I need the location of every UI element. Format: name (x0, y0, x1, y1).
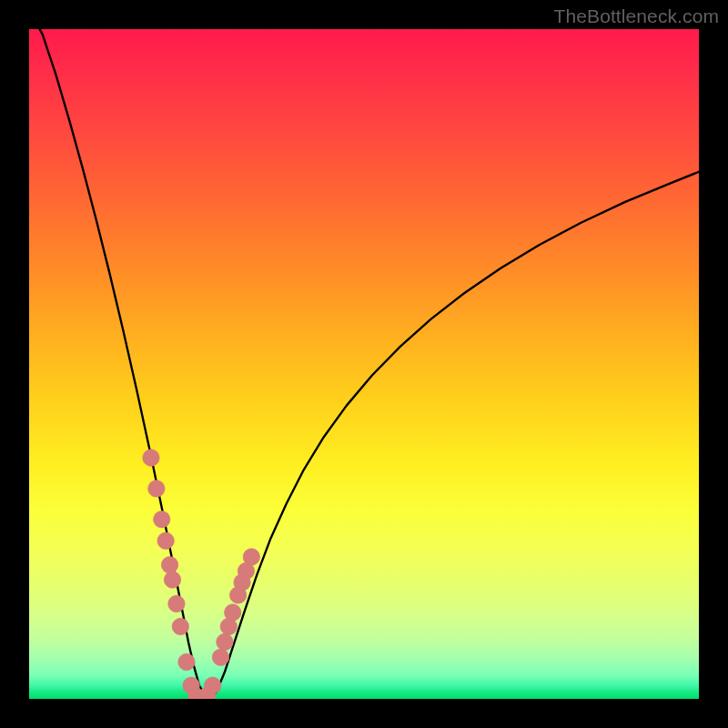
marker-group (143, 450, 260, 699)
marker-point (204, 677, 220, 693)
marker-point (161, 557, 177, 573)
marker-point (164, 571, 180, 588)
marker-point (172, 618, 188, 634)
watermark-text: TheBottleneck.com (554, 5, 719, 27)
marker-point (178, 653, 195, 670)
bottleneck-curve (29, 29, 699, 699)
marker-point (217, 633, 233, 650)
marker-point (148, 480, 165, 497)
plot-area (29, 29, 699, 699)
marker-point (143, 450, 159, 466)
marker-point (154, 511, 170, 528)
marker-point (168, 595, 185, 612)
chart-frame: TheBottleneck.com (0, 0, 728, 728)
marker-point (212, 649, 228, 665)
marker-point (157, 532, 174, 549)
marker-point (243, 549, 259, 565)
chart-svg (29, 29, 699, 699)
marker-point (225, 604, 241, 621)
